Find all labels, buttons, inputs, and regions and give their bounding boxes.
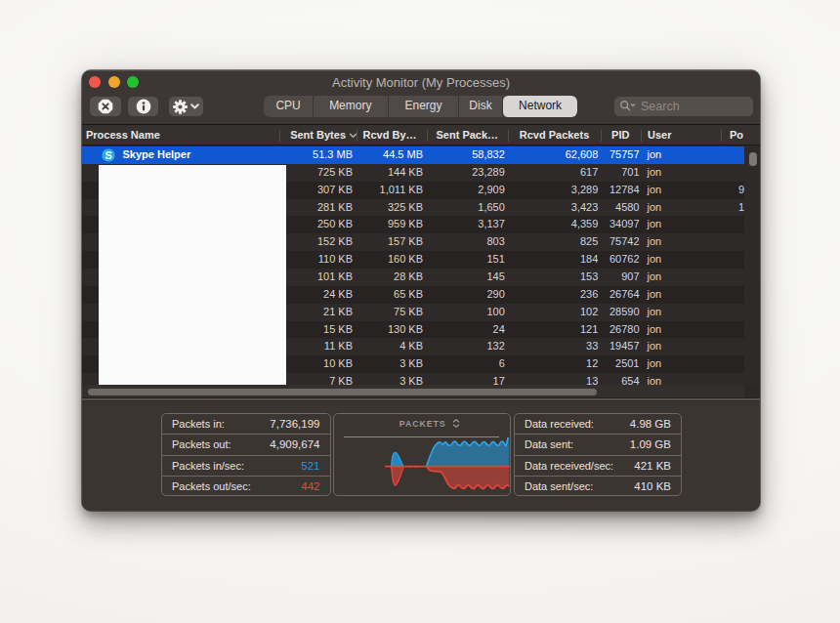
svg-text:S: S [105, 149, 111, 161]
